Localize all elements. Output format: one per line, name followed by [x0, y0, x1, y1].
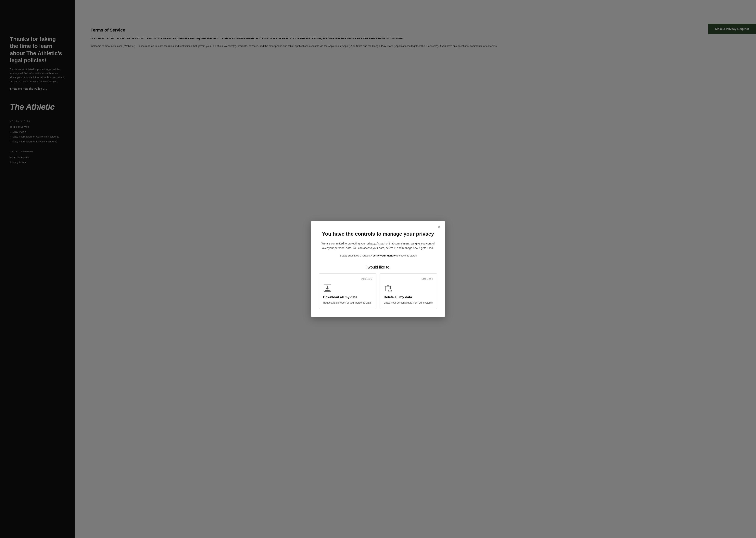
modal-title: You have the controls to manage your pri…: [319, 231, 437, 238]
download-step: Step 1 of 2: [323, 278, 372, 280]
modal-close-button[interactable]: ×: [436, 224, 442, 230]
modal-subtitle: We are committed to protecting your priv…: [319, 241, 437, 250]
modal-options: Step 1 of 2 Download all my data Request…: [319, 273, 437, 309]
delete-desc: Erase your personal data from our system…: [384, 301, 433, 305]
download-desc: Request a full report of your personal d…: [323, 301, 372, 305]
privacy-modal: × You have the controls to manage your p…: [311, 221, 445, 317]
already-submitted-label: Already submitted a request?: [339, 254, 372, 257]
delete-step: Step 1 of 2: [384, 278, 433, 280]
modal-overlay[interactable]: × You have the controls to manage your p…: [0, 0, 756, 538]
download-title: Download all my data: [323, 295, 372, 299]
download-icon: [323, 284, 332, 292]
delete-icon: [384, 284, 392, 292]
delete-title: Delete all my data: [384, 295, 433, 299]
modal-verify-text: Already submitted a request? Verify your…: [319, 254, 437, 257]
modal-would-like: I would like to:: [319, 265, 437, 269]
download-option[interactable]: Step 1 of 2 Download all my data Request…: [319, 273, 376, 309]
verify-identity-link[interactable]: Verify your identity: [373, 254, 396, 257]
verify-suffix: to check its status.: [396, 254, 417, 257]
delete-option[interactable]: Step 1 of 2: [380, 273, 437, 309]
